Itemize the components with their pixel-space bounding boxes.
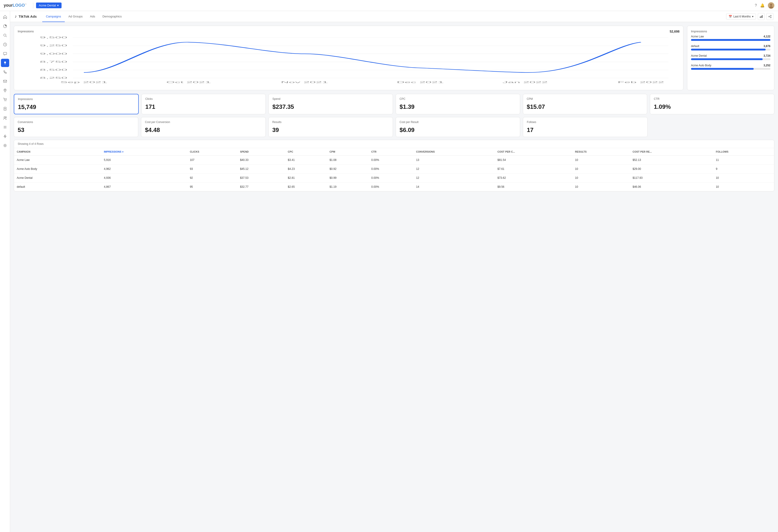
account-chevron: ▾ xyxy=(57,4,59,7)
sidebar-item-people[interactable] xyxy=(1,114,9,122)
tab-ads[interactable]: Ads xyxy=(86,11,99,22)
page-title-area: ♪ TikTok Ads xyxy=(15,14,37,19)
bar-item-3: Acme Auto Body 3,252 xyxy=(691,64,770,70)
svg-point-4 xyxy=(4,34,6,36)
cell-cost_per_re-3: $46.06 xyxy=(630,182,713,191)
cell-cost_per_c-2: $73.62 xyxy=(495,174,572,182)
cell-follows-1: 9 xyxy=(713,165,774,174)
tab-ad-groups[interactable]: Ad Groups xyxy=(65,11,86,22)
sidebar-item-analytics[interactable] xyxy=(1,22,9,30)
svg-text:8,500: 8,500 xyxy=(40,68,67,71)
main-content: ♪ TikTok Ads Campaigns Ad Groups Ads Dem… xyxy=(10,11,778,532)
svg-point-16 xyxy=(4,116,5,118)
chart-header: Impressions 52,698 xyxy=(18,29,680,33)
tab-campaigns[interactable]: Campaigns xyxy=(42,11,65,22)
col-campaign[interactable]: CAMPAIGN xyxy=(14,148,101,156)
metric-cost-per-conversion[interactable]: Cost per Conversion $4.48 xyxy=(141,117,265,137)
col-conversions[interactable]: CONVERSIONS xyxy=(413,148,495,156)
metric-ctr[interactable]: CTR 1.09% xyxy=(650,94,774,114)
chart-view-button[interactable] xyxy=(758,13,765,20)
cell-clicks-3: 95 xyxy=(187,182,237,191)
svg-line-28 xyxy=(770,16,770,16)
cell-spend-1: $45.12 xyxy=(237,165,285,174)
svg-text:8,750: 8,750 xyxy=(40,60,67,63)
cell-campaign-3: default xyxy=(14,182,101,191)
cell-results-1: 10 xyxy=(572,165,630,174)
sidebar-item-phone[interactable] xyxy=(1,68,9,76)
cell-spend-0: $40.33 xyxy=(237,156,285,165)
col-results[interactable]: RESULTS xyxy=(572,148,630,156)
cell-impressions-0: 5,916 xyxy=(101,156,187,165)
col-cost_per_re[interactable]: COST PER RE... xyxy=(630,148,713,156)
sidebar-item-cart[interactable] xyxy=(1,95,9,104)
metric-clicks[interactable]: Clicks 171 xyxy=(142,94,266,114)
sidebar-item-email[interactable] xyxy=(1,77,9,85)
user-avatar[interactable] xyxy=(768,2,774,9)
date-range-button[interactable]: 📅 Last 6 Months ▾ xyxy=(726,13,756,19)
share-button[interactable] xyxy=(767,13,773,20)
sidebar-item-bolt[interactable] xyxy=(1,132,9,141)
help-icon[interactable]: ? xyxy=(755,3,757,8)
cell-impressions-1: 4,962 xyxy=(101,165,187,174)
sidebar-item-document[interactable] xyxy=(1,105,9,113)
table-row: Acme Law5,916107$40.33$3.41$1.080.00%13$… xyxy=(14,156,774,165)
top-nav: yourLOGO™ Acme Dental ▾ ? 🔔 xyxy=(0,0,778,11)
col-impressions[interactable]: IMPRESSIONS▼ xyxy=(101,148,187,156)
cell-conversions-0: 13 xyxy=(413,156,495,165)
svg-text:Nov 2021: Nov 2021 xyxy=(281,81,328,84)
col-ctr[interactable]: CTR xyxy=(369,148,413,156)
svg-line-29 xyxy=(770,17,770,17)
metrics-row-2: Conversions 53 Cost per Conversion $4.48… xyxy=(14,117,774,137)
cell-conversions-2: 12 xyxy=(413,174,495,182)
cell-impressions-2: 4,936 xyxy=(101,174,187,182)
col-cost_per_c[interactable]: COST PER C... xyxy=(495,148,572,156)
sidebar-item-home[interactable] xyxy=(1,13,9,21)
metric-empty-5 xyxy=(650,117,774,137)
cell-cpm-0: $1.08 xyxy=(327,156,369,165)
cell-clicks-0: 107 xyxy=(187,156,237,165)
campaigns-table: Showing 4 of 4 Rows CAMPAIGNIMPRESSIONS▼… xyxy=(14,140,774,191)
metric-spend[interactable]: Spend $237.35 xyxy=(268,94,393,114)
date-chevron: ▾ xyxy=(752,15,754,18)
svg-rect-7 xyxy=(3,52,7,55)
svg-point-21 xyxy=(4,145,6,146)
metric-cpm[interactable]: CPM $15.07 xyxy=(523,94,647,114)
col-spend[interactable]: SPEND xyxy=(237,148,285,156)
metric-cost-per-result[interactable]: Cost per Result $6.09 xyxy=(396,117,520,137)
cell-cpc-1: $4.23 xyxy=(285,165,327,174)
chart-title: Impressions xyxy=(18,29,34,33)
bar-item-1: default 3,876 xyxy=(691,45,770,51)
cell-ctr-2: 0.00% xyxy=(369,174,413,182)
sidebar-item-search[interactable] xyxy=(1,31,9,39)
col-clicks[interactable]: CLICKS xyxy=(187,148,237,156)
account-button[interactable]: Acme Dental ▾ xyxy=(36,3,62,8)
col-follows[interactable]: FOLLOWS xyxy=(713,148,774,156)
notifications-icon[interactable]: 🔔 xyxy=(760,3,765,8)
tab-demographics[interactable]: Demographics xyxy=(99,11,126,22)
metrics-row-1: Impressions 15,749 Clicks 171 Spend $237… xyxy=(14,94,774,114)
table-row: default4,86795$32.77$2.65$1.190.00%14$9.… xyxy=(14,182,774,191)
metric-impressions[interactable]: Impressions 15,749 xyxy=(14,94,139,114)
sidebar-item-settings[interactable] xyxy=(1,142,9,150)
campaigns-data-table: CAMPAIGNIMPRESSIONS▼CLICKSSPENDCPCCPMCTR… xyxy=(14,148,774,191)
metric-results[interactable]: Results 39 xyxy=(268,117,393,137)
metric-cpc[interactable]: CPC $1.39 xyxy=(396,94,520,114)
col-cpc[interactable]: CPC xyxy=(285,148,327,156)
sidebar-item-reports[interactable] xyxy=(1,40,9,49)
sidebar-item-messages[interactable] xyxy=(1,50,9,58)
svg-rect-13 xyxy=(4,107,6,110)
cell-follows-2: 10 xyxy=(713,174,774,182)
cell-follows-3: 10 xyxy=(713,182,774,191)
cell-cost_per_c-0: $81.54 xyxy=(495,156,572,165)
svg-text:Sep 2021: Sep 2021 xyxy=(60,81,107,84)
cell-cost_per_re-2: $117.93 xyxy=(630,174,713,182)
metric-follows[interactable]: Follows 17 xyxy=(523,117,647,137)
sidebar-item-list[interactable] xyxy=(1,123,9,131)
svg-line-5 xyxy=(6,36,7,37)
svg-point-2 xyxy=(769,6,773,8)
sidebar-item-pins[interactable] xyxy=(1,59,9,67)
metric-conversions[interactable]: Conversions 53 xyxy=(14,117,138,137)
sidebar-item-location[interactable] xyxy=(1,86,9,95)
col-cpm[interactable]: CPM xyxy=(327,148,369,156)
svg-text:Jan 2022: Jan 2022 xyxy=(502,81,548,84)
